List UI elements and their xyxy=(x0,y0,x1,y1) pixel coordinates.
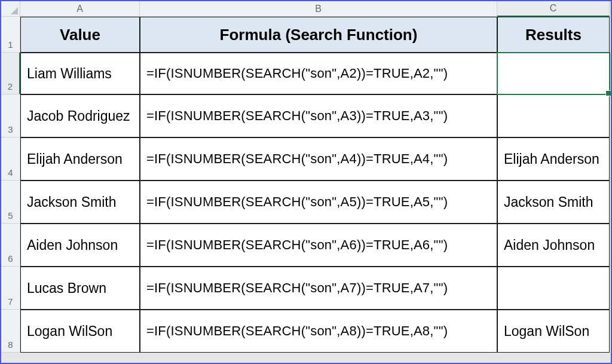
cell-A8[interactable]: Logan WilSon xyxy=(20,310,140,353)
cell-B7[interactable]: =IF(ISNUMBER(SEARCH("son",A7))=TRUE,A7,"… xyxy=(140,267,497,310)
column-header-C[interactable]: C xyxy=(497,1,610,17)
cell-A6[interactable]: Aiden Johnson xyxy=(20,224,140,267)
header-cell-results[interactable]: Results xyxy=(497,17,610,53)
cell-B5[interactable]: =IF(ISNUMBER(SEARCH("son",A5))=TRUE,A5,"… xyxy=(140,181,497,224)
cell-B3[interactable]: =IF(ISNUMBER(SEARCH("son",A3))=TRUE,A3,"… xyxy=(140,94,497,137)
cell-C5[interactable]: Jackson Smith xyxy=(497,181,610,224)
cell-A5[interactable]: Jackson Smith xyxy=(20,181,140,224)
cell-A2[interactable]: Liam Williams xyxy=(20,53,140,94)
cell-C8[interactable]: Logan WilSon xyxy=(497,310,610,353)
cell-B4[interactable]: =IF(ISNUMBER(SEARCH("son",A4))=TRUE,A4,"… xyxy=(140,137,497,181)
cell-C3[interactable] xyxy=(497,94,610,137)
spreadsheet-viewport: A B C 1 Value Formula (Search Function) … xyxy=(0,0,612,364)
header-cell-formula[interactable]: Formula (Search Function) xyxy=(140,17,497,53)
cell-C6[interactable]: Aiden Johnson xyxy=(497,224,610,267)
cell-B2[interactable]: =IF(ISNUMBER(SEARCH("son",A2))=TRUE,A2,"… xyxy=(140,53,497,94)
row-header-2[interactable]: 2 xyxy=(1,53,20,94)
column-header-B[interactable]: B xyxy=(140,1,497,17)
cell-C2[interactable] xyxy=(497,53,610,94)
sheet-grid: A B C 1 Value Formula (Search Function) … xyxy=(1,1,611,363)
row-header-1[interactable]: 1 xyxy=(1,17,20,53)
select-all-corner[interactable] xyxy=(1,1,20,17)
row-header-5[interactable]: 5 xyxy=(1,181,20,224)
cell-A3[interactable]: Jacob Rodriguez xyxy=(20,94,140,137)
column-header-A[interactable]: A xyxy=(20,1,140,17)
row-header-7[interactable]: 7 xyxy=(1,267,20,310)
row-header-8[interactable]: 8 xyxy=(1,310,20,353)
cell-B6[interactable]: =IF(ISNUMBER(SEARCH("son",A6))=TRUE,A6,"… xyxy=(140,224,497,267)
header-cell-value[interactable]: Value xyxy=(20,17,140,53)
row-header-3[interactable]: 3 xyxy=(1,94,20,137)
cell-B8[interactable]: =IF(ISNUMBER(SEARCH("son",A8))=TRUE,A8,"… xyxy=(140,310,497,353)
cell-C7[interactable] xyxy=(497,267,610,310)
cell-A7[interactable]: Lucas Brown xyxy=(20,267,140,310)
cell-A4[interactable]: Elijah Anderson xyxy=(20,137,140,181)
row-header-4[interactable]: 4 xyxy=(1,137,20,181)
cell-C4[interactable]: Elijah Anderson xyxy=(497,137,610,181)
row-header-6[interactable]: 6 xyxy=(1,224,20,267)
